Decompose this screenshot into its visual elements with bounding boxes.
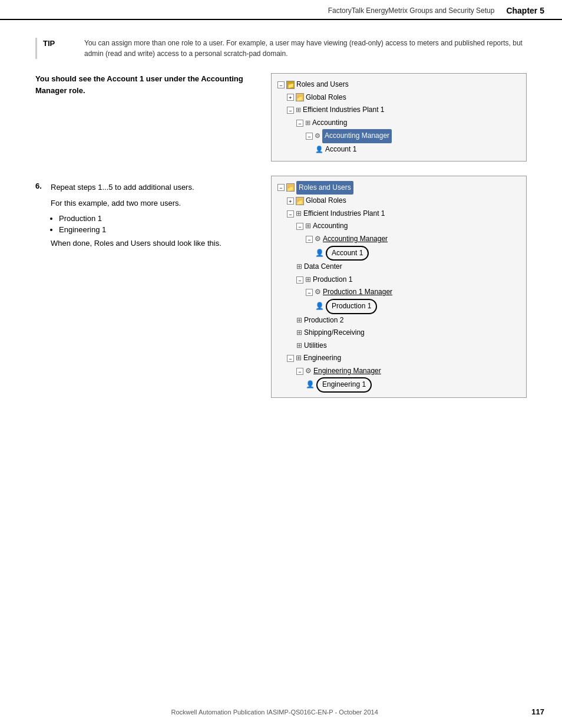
tree2-row-15: 👤 Engineering 1 [277,377,520,393]
page-footer: Rockwell Automation Publication IASIMP-Q… [0,707,562,716]
folder-icon: 📁 [286,81,295,89]
tree2-label-2: Efficient Industries Plant 1 [303,207,385,220]
user-icon: 👤 [315,300,324,313]
node-icon: ⊞ [296,314,302,327]
tree2-row-13: − ⊞ Engineering [277,352,520,365]
bullet-production1: Production 1 [59,214,259,223]
step6-item: 6. Repeat steps 1...5 to add additional … [35,182,259,193]
tree2-label-1: Global Roles [306,195,346,207]
folder-icon: 📁 [296,93,304,101]
tree1-row-4: − ⚙ Accounting Manager [277,129,520,143]
node-icon: ⊞ [305,220,311,233]
step6-number: 6. [35,182,47,190]
tip-section: TIP You can assign more than one role to… [35,38,527,59]
node-icon: ⊞ [305,274,311,286]
step6-bullets: Production 1 Engineering 1 [59,214,259,234]
expand-icon: − [296,276,303,284]
tree2-label-3: Accounting [313,220,348,233]
tree2-label-6: Data Center [304,261,342,274]
expand-icon: − [287,210,294,218]
folder-icon: 📁 [286,183,295,192]
tree1-label-1: Global Roles [306,91,346,104]
footer-page: 117 [531,707,544,716]
tree1-label-5: Account 1 [325,143,356,156]
step6-text: Repeat steps 1...5 to add additional use… [51,182,194,193]
step6-section: 6. Repeat steps 1...5 to add additional … [35,176,527,398]
expand-icon: − [296,368,303,375]
step6-left: 6. Repeat steps 1...5 to add additional … [35,176,259,398]
expand-icon: − [306,289,313,296]
node-icon: ⊞ [296,104,301,116]
step6-subtext: For this example, add two more users. [51,197,259,209]
tree1-box: − 📁 Roles and Users + 📁 Global Roles − ⊞… [271,73,527,162]
user-icon: 👤 [315,144,323,156]
group-icon: ⚙ [315,233,321,246]
tree2-label-0: Roles and Users [296,181,353,195]
tip-text: You can assign more than one role to a u… [84,38,527,59]
expand-icon: + [287,197,294,205]
expand-icon: − [277,81,285,88]
tree2-row-6: ⊞ Data Center [277,261,520,274]
tree2-row-7: − ⊞ Production 1 [277,274,520,286]
user-icon: 👤 [315,247,324,260]
tree2-label-15: Engineering 1 [316,377,372,393]
expand-icon: − [296,223,303,230]
tree1-container: − 📁 Roles and Users + 📁 Global Roles − ⊞… [271,73,527,162]
tree1-label-2: Efficient Industries Plant 1 [303,104,385,117]
tree2-label-4: Accounting Manager [323,233,388,246]
expand-icon: − [287,355,294,362]
header-title: FactoryTalk EnergyMetrix Groups and Secu… [328,6,495,15]
tree2-label-7: Production 1 [313,274,352,286]
folder-icon: 📁 [296,197,304,205]
group-icon: ⚙ [315,286,321,299]
tree2-row-11: ⊞ Shipping/Receiving [277,327,520,340]
intro-section: You should see the Account 1 user under … [35,73,527,162]
tree1-label-0: Roles and Users [296,78,349,91]
tree2-row-9: 👤 Production 1 [277,299,520,314]
step6-content: 6. Repeat steps 1...5 to add additional … [35,182,259,248]
tree1-row-2: − ⊞ Efficient Industries Plant 1 [277,104,520,117]
expand-icon: − [287,107,294,114]
tree2-label-10: Production 2 [304,314,343,327]
tree2-label-9: Production 1 [326,299,377,314]
tree2-row-10: ⊞ Production 2 [277,314,520,327]
tree2-row-5: 👤 Account 1 [277,246,520,261]
footer-center: Rockwell Automation Publication IASIMP-Q… [18,709,531,716]
expand-icon: − [277,184,285,191]
tree2-label-8: Production 1 Manager [323,286,392,299]
tree2-label-13: Engineering [303,352,341,365]
tree2-row-12: ⊞ Utilities [277,340,520,353]
tree2-label-14: Engineering Manager [313,365,381,378]
tree1-label-4: Accounting Manager [322,129,392,143]
tree2-row-4: − ⚙ Accounting Manager [277,233,520,246]
tree1-row-0: − 📁 Roles and Users [277,78,520,91]
page-header: FactoryTalk EnergyMetrix Groups and Secu… [0,0,562,20]
intro-text: You should see the Account 1 user under … [35,73,259,96]
chapter-label: Chapter 5 [506,6,544,15]
tree1-label-3: Accounting [312,117,347,130]
node-icon: ⊞ [296,207,302,220]
user-icon: 👤 [306,378,315,391]
when-done-text: When done, Roles and Users should look l… [51,239,259,248]
group-icon: ⚙ [315,130,320,142]
tree1-row-1: + 📁 Global Roles [277,91,520,104]
node-icon: ⊞ [296,352,302,365]
tree1-row-5: 👤 Account 1 [277,143,520,156]
node-icon: ⊞ [296,340,302,353]
tree1-row-3: − ⊞ Accounting [277,117,520,130]
tree2-label-11: Shipping/Receiving [304,327,365,340]
expand-icon: − [306,236,313,243]
tree2-row-8: − ⚙ Production 1 Manager [277,286,520,299]
node-icon: ⊞ [305,117,310,129]
tree2-row-3: − ⊞ Accounting [277,220,520,233]
expand-icon: − [306,133,313,140]
page-content: TIP You can assign more than one role to… [0,20,562,447]
tree2-row-1: + 📁 Global Roles [277,195,520,207]
expand-icon: + [287,94,294,101]
group-icon: ⚙ [305,365,312,378]
tree2-row-14: − ⚙ Engineering Manager [277,365,520,378]
node-icon: ⊞ [296,327,302,340]
tree2-container: − 📁 Roles and Users + 📁 Global Roles − ⊞… [271,176,527,398]
tip-label: TIP [43,39,78,48]
intro-left: You should see the Account 1 user under … [35,73,259,162]
